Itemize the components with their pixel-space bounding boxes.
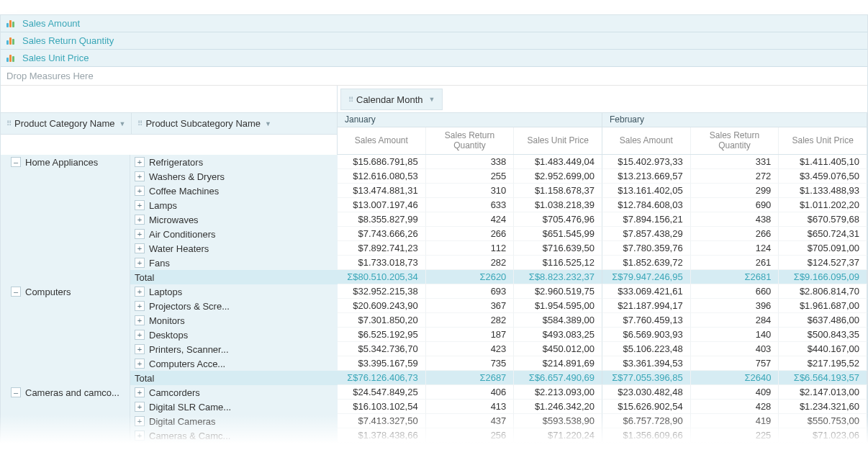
value-cell: 124 [691, 241, 779, 256]
chevron-down-icon[interactable]: ▼ [429, 96, 435, 103]
value-cell: 693 [426, 284, 515, 299]
month-header-february[interactable]: February [602, 113, 867, 127]
measure-link[interactable]: Sales Amount [22, 18, 80, 29]
category-cell[interactable]: –Home Appliances [1, 155, 130, 169]
value-cell: 428 [691, 400, 779, 414]
value-cell: $7.857.438,29 [602, 227, 691, 241]
value-cell: $584.389,00 [514, 313, 602, 328]
expand-toggle-icon[interactable]: + [135, 157, 145, 167]
category-cell[interactable]: –Computers [1, 284, 130, 299]
expand-toggle-icon[interactable]: + [135, 344, 145, 354]
value-header[interactable]: Sales Return Quantity [426, 127, 515, 154]
value-cell: 367 [426, 299, 515, 313]
category-cell[interactable]: –Cameras and camco... [1, 385, 130, 400]
subcategory-cell[interactable]: +Monitors [130, 313, 338, 328]
subcategory-cell[interactable]: +Lamps [130, 198, 338, 212]
expand-toggle-icon[interactable]: + [135, 215, 145, 225]
value-header[interactable]: Sales Return Quantity [691, 127, 779, 154]
value-cell: $705.476,96 [514, 212, 602, 227]
value-header[interactable]: Sales Amount [338, 127, 426, 154]
measure-row-2[interactable]: Sales Unit Price [1, 50, 867, 67]
category-cell-empty [1, 227, 130, 241]
column-dim-label: Calendar Month [356, 94, 423, 105]
measure-row-1[interactable]: Sales Return Quantity [1, 32, 867, 50]
value-cell: $705.091,00 [779, 241, 867, 256]
value-cell: $33.069.421,61 [602, 284, 691, 299]
subcategory-cell[interactable]: +Air Conditioners [130, 227, 338, 241]
value-cell: $3.459.076,50 [779, 169, 867, 184]
expand-toggle-icon[interactable]: + [135, 301, 145, 311]
total-label: Total [135, 373, 154, 384]
total-value-cell: 2620 [426, 270, 515, 284]
expand-toggle-icon[interactable]: + [135, 330, 145, 340]
subcategory-cell[interactable]: +Digital SLR Came... [130, 400, 338, 414]
subcategory-cell[interactable]: +Water Heaters [130, 241, 338, 256]
subcategory-cell[interactable]: +Printers, Scanner... [130, 342, 338, 356]
subcategory-cell[interactable]: +Camcorders [130, 385, 338, 400]
subcategory-label: Water Heaters [149, 243, 209, 254]
collapse-toggle-icon[interactable]: – [11, 287, 21, 297]
row-dim-subcategory-label: Product Subcategory Name [145, 118, 261, 129]
expand-toggle-icon[interactable]: + [135, 387, 145, 397]
value-cell: 437 [426, 414, 515, 428]
month-header-january[interactable]: January [338, 113, 602, 127]
subcategory-cell[interactable]: +Desktops [130, 328, 338, 342]
value-header[interactable]: Sales Unit Price [779, 127, 867, 154]
pivot-panel: Sales AmountSales Return QuantitySales U… [0, 14, 868, 443]
subcategory-cell[interactable]: +Fans [130, 256, 338, 270]
category-cell-empty [1, 212, 130, 227]
value-cell: $217.195,52 [779, 356, 867, 371]
drag-grip-icon: ⠿ [348, 96, 352, 104]
subcategory-cell[interactable]: +Computers Acce... [130, 356, 338, 371]
value-cell: $7.413.327,50 [338, 414, 426, 428]
expand-toggle-icon[interactable]: + [135, 200, 145, 210]
value-cell: 735 [426, 356, 515, 371]
expand-toggle-icon[interactable]: + [135, 258, 145, 268]
expand-toggle-icon[interactable]: + [135, 186, 145, 196]
drop-measures-hint[interactable]: Drop Measures Here [1, 67, 867, 86]
collapse-toggle-icon[interactable]: – [11, 157, 21, 167]
value-cell: $6.569.903,93 [602, 328, 691, 342]
subcategory-cell[interactable]: +Coffee Machines [130, 184, 338, 198]
subcategory-cell[interactable]: +Cameras & Camc... [130, 428, 338, 443]
category-cell-empty [1, 184, 130, 198]
subcategory-cell[interactable]: +Laptops [130, 284, 338, 299]
category-cell-empty [1, 328, 130, 342]
category-cell-empty [1, 313, 130, 328]
drag-grip-icon: ⠿ [6, 120, 10, 127]
expand-toggle-icon[interactable]: + [135, 287, 145, 297]
expand-toggle-icon[interactable]: + [135, 229, 145, 239]
value-cell: $23.030.482,48 [602, 385, 691, 400]
value-cell: $593.538,90 [514, 414, 602, 428]
measure-link[interactable]: Sales Return Quantity [22, 35, 114, 46]
column-dim-area[interactable]: ⠿ Calendar Month ▼ [338, 86, 867, 113]
measure-link[interactable]: Sales Unit Price [22, 53, 89, 63]
value-cell: $550.753,00 [779, 414, 867, 428]
chevron-down-icon[interactable]: ▼ [265, 120, 271, 127]
expand-toggle-icon[interactable]: + [135, 171, 145, 181]
collapse-toggle-icon[interactable]: – [11, 387, 21, 397]
total-label-cell: Total [130, 371, 338, 385]
value-header[interactable]: Sales Amount [602, 127, 691, 154]
expand-toggle-icon[interactable]: + [135, 243, 145, 253]
subcategory-cell[interactable]: +Washers & Dryers [130, 169, 338, 184]
value-cell: $670.579,68 [779, 212, 867, 227]
measure-row-0[interactable]: Sales Amount [1, 15, 867, 32]
row-dim-category[interactable]: ⠿ Product Category Name ▼ [1, 113, 132, 134]
column-dim-calendar-month[interactable]: ⠿ Calendar Month ▼ [340, 89, 443, 110]
expand-toggle-icon[interactable]: + [135, 315, 145, 325]
subcategory-cell[interactable]: +Refrigerators [130, 155, 338, 169]
subcategory-cell[interactable]: +Microwaves [130, 212, 338, 227]
expand-toggle-icon[interactable]: + [135, 359, 145, 369]
subcategory-cell[interactable]: +Projectors & Scre... [130, 299, 338, 313]
value-header[interactable]: Sales Unit Price [514, 127, 602, 154]
corner-empty [1, 86, 337, 113]
expand-toggle-icon[interactable]: + [135, 431, 145, 441]
chevron-down-icon[interactable]: ▼ [119, 120, 125, 127]
expand-toggle-icon[interactable]: + [135, 402, 145, 412]
category-label: Home Appliances [25, 157, 98, 168]
total-value-cell: 2640 [691, 371, 779, 385]
subcategory-cell[interactable]: +Digital Cameras [130, 414, 338, 428]
expand-toggle-icon[interactable]: + [135, 416, 145, 426]
row-dim-subcategory[interactable]: ⠿ Product Subcategory Name ▼ [132, 113, 337, 134]
